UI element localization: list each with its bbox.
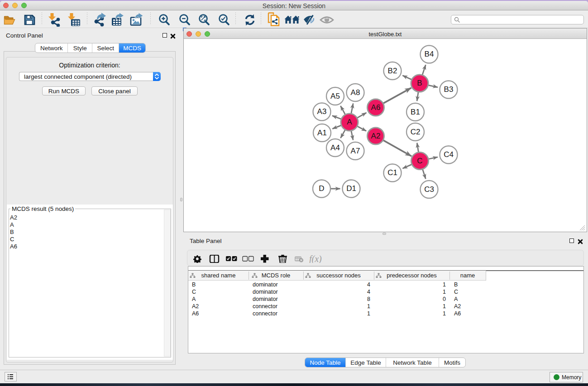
svg-text:A2: A2 [371,132,381,140]
svg-text:D1: D1 [346,184,356,193]
svg-text:B: B [417,79,422,87]
svg-text:A5: A5 [330,92,340,100]
svg-text:C4: C4 [444,150,454,159]
svg-text:A6: A6 [371,103,381,112]
svg-text:f(x): f(x) [309,255,322,263]
svg-text:C: C [417,157,422,165]
svg-text:A3: A3 [317,107,327,116]
svg-text:B2: B2 [388,67,397,75]
svg-text:C3: C3 [424,185,434,194]
svg-text:B1: B1 [411,108,420,116]
svg-text:A7: A7 [351,147,360,155]
svg-text:B4: B4 [425,50,434,58]
svg-text:D: D [319,184,324,193]
svg-text:C2: C2 [411,128,421,136]
svg-text:A4: A4 [330,143,340,152]
svg-text:A1: A1 [317,129,327,137]
svg-text:A: A [347,118,352,126]
svg-text:C1: C1 [387,168,397,177]
svg-text:B3: B3 [444,85,454,94]
svg-text:A8: A8 [351,88,360,97]
